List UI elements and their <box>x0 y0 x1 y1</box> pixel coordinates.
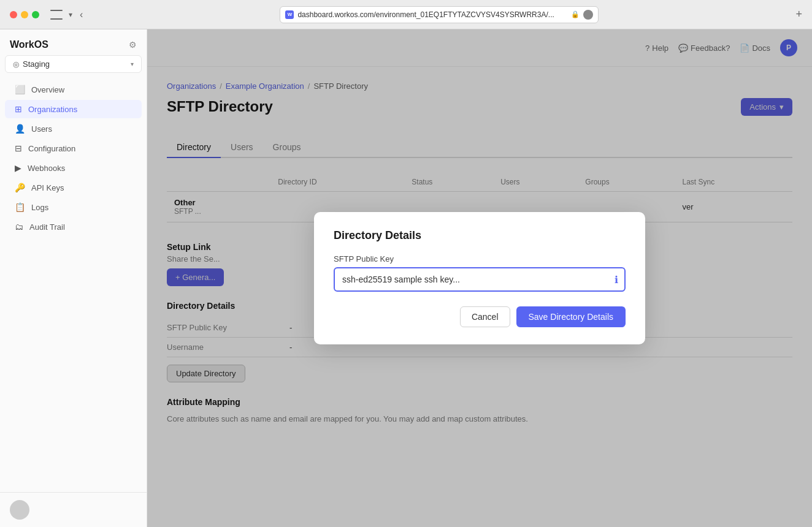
sidebar-item-label: Logs <box>31 203 48 212</box>
sidebar-item-webhooks[interactable]: ▶ Webhooks <box>5 159 142 177</box>
traffic-lights <box>10 11 39 18</box>
webhooks-icon: ▶ <box>15 163 21 173</box>
sidebar-toggle[interactable] <box>50 10 63 20</box>
sidebar-item-label: Overview <box>31 85 64 94</box>
sidebar-header: WorkOS ⚙ <box>0 29 147 55</box>
sidebar-item-users[interactable]: 👤 Users <box>5 119 142 138</box>
environment-icon: ◎ <box>13 60 19 69</box>
main-content: ? Help 💬 Feedback? 📄 Docs P Organization… <box>147 29 812 527</box>
cancel-label: Cancel <box>472 312 499 322</box>
environment-label: Staging <box>23 59 127 69</box>
modal-title: Directory Details <box>334 229 626 242</box>
sidebar-item-configuration[interactable]: ⊟ Configuration <box>5 139 142 157</box>
overview-icon: ⬜ <box>15 85 25 94</box>
sidebar-item-audit-trail[interactable]: 🗂 Audit Trail <box>5 218 142 236</box>
avatar[interactable] <box>10 500 29 520</box>
sidebar-chevron-icon: ▾ <box>69 10 72 19</box>
logs-icon: 📋 <box>15 202 25 212</box>
organizations-icon: ⊞ <box>15 104 22 114</box>
audit-trail-icon: 🗂 <box>15 222 23 232</box>
cancel-button[interactable]: Cancel <box>460 306 510 327</box>
sidebar-item-label: API Keys <box>31 183 64 192</box>
url-bar[interactable]: W dashboard.workos.com/environment_01EQ1… <box>280 6 599 23</box>
sidebar-item-label: Configuration <box>28 144 75 153</box>
sidebar: WorkOS ⚙ ◎ Staging ▾ ⬜ Overview ⊞ Organi… <box>0 29 147 527</box>
url-bar-container: W dashboard.workos.com/environment_01EQ1… <box>88 6 791 23</box>
sidebar-logo: WorkOS <box>10 39 48 50</box>
site-icon: W <box>285 10 294 19</box>
sidebar-item-logs[interactable]: 📋 Logs <box>5 198 142 216</box>
sidebar-item-label: Organizations <box>28 105 77 114</box>
modal-actions: Cancel Save Directory Details <box>334 306 626 327</box>
sidebar-item-label: Audit Trail <box>29 222 65 232</box>
back-button[interactable]: ‹ <box>80 9 83 20</box>
new-tab-button[interactable]: + <box>795 8 802 21</box>
environment-chevron-icon: ▾ <box>131 61 134 67</box>
sftp-public-key-input[interactable] <box>334 267 626 292</box>
save-label: Save Directory Details <box>529 312 614 322</box>
modal-dialog: Directory Details SFTP Public Key ℹ Canc… <box>314 212 645 344</box>
gear-icon[interactable]: ⚙ <box>129 40 137 50</box>
shield-icon <box>583 10 593 20</box>
sidebar-item-organizations[interactable]: ⊞ Organizations <box>5 100 142 118</box>
api-keys-icon: 🔑 <box>15 183 25 192</box>
sidebar-nav: ⬜ Overview ⊞ Organizations 👤 Users ⊟ Con… <box>0 73 147 492</box>
users-icon: 👤 <box>15 124 25 134</box>
modal-input-wrap: ℹ <box>334 267 626 292</box>
maximize-button[interactable] <box>32 11 39 18</box>
lock-icon: 🔒 <box>571 10 580 18</box>
sidebar-item-label: Webhooks <box>28 164 65 173</box>
save-directory-details-button[interactable]: Save Directory Details <box>516 306 626 327</box>
titlebar: ▾ ‹ W dashboard.workos.com/environment_0… <box>0 0 812 29</box>
sidebar-item-api-keys[interactable]: 🔑 API Keys <box>5 178 142 197</box>
modal-field-label: SFTP Public Key <box>334 254 626 264</box>
modal-overlay: Directory Details SFTP Public Key ℹ Canc… <box>147 29 812 527</box>
app-layout: WorkOS ⚙ ◎ Staging ▾ ⬜ Overview ⊞ Organi… <box>0 29 812 527</box>
eye-icon[interactable]: ℹ <box>615 274 618 286</box>
minimize-button[interactable] <box>21 11 28 18</box>
close-button[interactable] <box>10 11 17 18</box>
environment-selector[interactable]: ◎ Staging ▾ <box>5 55 142 73</box>
configuration-icon: ⊟ <box>15 143 22 153</box>
sidebar-item-overview[interactable]: ⬜ Overview <box>5 80 142 99</box>
url-text: dashboard.workos.com/environment_01EQ1FT… <box>297 10 567 19</box>
sidebar-item-label: Users <box>31 124 52 134</box>
sidebar-bottom <box>0 492 147 527</box>
